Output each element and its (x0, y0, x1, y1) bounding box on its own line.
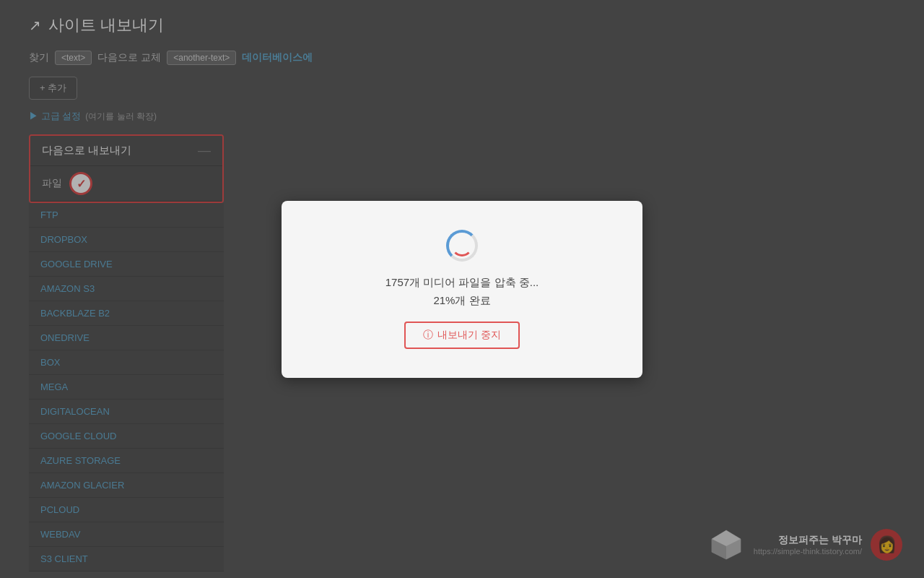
modal-status-text: 1757개 미디어 파일을 압축 중... 21%개 완료 (385, 273, 539, 310)
modal-status-line1: 1757개 미디어 파일을 압축 중... (385, 276, 539, 288)
modal-backdrop: 1757개 미디어 파일을 압축 중... 21%개 완료 ⓘ 내보내기 중지 (0, 0, 924, 578)
cancel-export-button[interactable]: ⓘ 내보내기 중지 (404, 322, 520, 349)
main-container: ↗ 사이트 내보내기 찾기 <text> 다음으로 교체 <another-te… (0, 0, 924, 578)
cancel-button-label: 내보내기 중지 (437, 329, 501, 342)
loading-spinner (446, 230, 478, 262)
cancel-icon: ⓘ (423, 329, 433, 342)
export-modal: 1757개 미디어 파일을 압축 중... 21%개 완료 ⓘ 내보내기 중지 (282, 201, 642, 378)
modal-status-line2: 21%개 완료 (433, 294, 490, 306)
